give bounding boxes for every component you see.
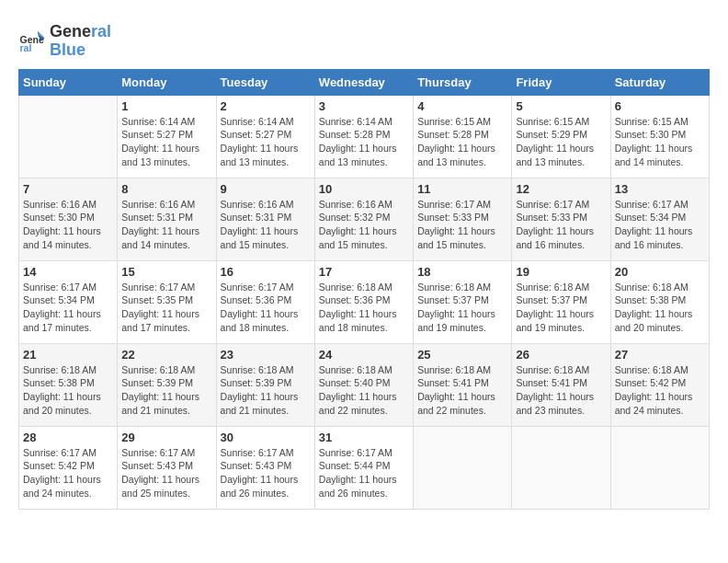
day-detail: Sunrise: 6:16 AMSunset: 5:31 PMDaylight:… [221,198,311,252]
day-cell: 31Sunrise: 6:17 AMSunset: 5:44 PMDayligh… [314,426,413,509]
day-cell: 29Sunrise: 6:17 AMSunset: 5:43 PMDayligh… [118,426,216,509]
day-cell: 16Sunrise: 6:17 AMSunset: 5:36 PMDayligh… [216,260,314,343]
logo: Gene ral General Blue [18,23,111,60]
day-detail: Sunrise: 6:17 AMSunset: 5:36 PMDaylight:… [221,281,311,335]
day-cell: 26Sunrise: 6:18 AMSunset: 5:41 PMDayligh… [512,343,610,426]
day-cell [414,426,512,509]
week-row-3: 14Sunrise: 6:17 AMSunset: 5:34 PMDayligh… [19,260,710,343]
day-detail: Sunrise: 6:18 AMSunset: 5:41 PMDaylight:… [516,363,606,418]
day-cell: 14Sunrise: 6:17 AMSunset: 5:34 PMDayligh… [19,260,118,343]
day-cell [19,95,118,178]
logo-icon: Gene ral [18,28,46,55]
day-cell: 19Sunrise: 6:18 AMSunset: 5:37 PMDayligh… [512,260,610,343]
day-detail: Sunrise: 6:15 AMSunset: 5:28 PMDaylight:… [417,115,507,169]
day-number: 17 [319,265,409,279]
day-cell: 28Sunrise: 6:17 AMSunset: 5:42 PMDayligh… [19,426,118,509]
day-cell: 7Sunrise: 6:16 AMSunset: 5:30 PMDaylight… [19,178,118,260]
day-number: 21 [23,348,113,362]
day-detail: Sunrise: 6:14 AMSunset: 5:27 PMDaylight:… [221,115,311,169]
day-cell: 18Sunrise: 6:18 AMSunset: 5:37 PMDayligh… [414,260,512,343]
day-detail: Sunrise: 6:15 AMSunset: 5:30 PMDaylight:… [615,115,705,169]
svg-text:ral: ral [20,42,32,53]
day-number: 16 [221,265,311,279]
day-detail: Sunrise: 6:18 AMSunset: 5:36 PMDaylight:… [319,281,409,335]
day-cell: 6Sunrise: 6:15 AMSunset: 5:30 PMDaylight… [610,95,709,178]
day-number: 15 [121,265,211,279]
day-number: 5 [516,99,606,113]
day-detail: Sunrise: 6:17 AMSunset: 5:43 PMDaylight:… [121,446,211,500]
day-detail: Sunrise: 6:15 AMSunset: 5:29 PMDaylight:… [516,115,606,169]
week-row-2: 7Sunrise: 6:16 AMSunset: 5:30 PMDaylight… [19,178,710,260]
day-number: 18 [417,265,507,279]
day-number: 26 [516,348,606,362]
day-number: 30 [221,431,311,444]
day-number: 11 [417,182,507,196]
day-cell: 17Sunrise: 6:18 AMSunset: 5:36 PMDayligh… [314,260,413,343]
day-number: 3 [319,99,409,113]
day-detail: Sunrise: 6:16 AMSunset: 5:32 PMDaylight:… [319,198,409,252]
day-cell: 1Sunrise: 6:14 AMSunset: 5:27 PMDaylight… [118,95,216,178]
day-detail: Sunrise: 6:17 AMSunset: 5:34 PMDaylight:… [615,198,705,252]
day-cell [610,426,709,509]
day-cell: 12Sunrise: 6:17 AMSunset: 5:33 PMDayligh… [512,178,610,260]
day-cell: 13Sunrise: 6:17 AMSunset: 5:34 PMDayligh… [610,178,709,260]
day-cell: 23Sunrise: 6:18 AMSunset: 5:39 PMDayligh… [216,343,314,426]
calendar-header-row: SundayMondayTuesdayWednesdayThursdayFrid… [19,69,710,95]
day-number: 14 [23,265,113,279]
calendar-table: SundayMondayTuesdayWednesdayThursdayFrid… [18,69,710,510]
page-header: Gene ral General Blue [18,18,710,60]
day-cell: 8Sunrise: 6:16 AMSunset: 5:31 PMDaylight… [118,178,216,260]
day-detail: Sunrise: 6:14 AMSunset: 5:27 PMDaylight:… [121,115,211,169]
day-number: 23 [221,348,311,362]
day-cell: 9Sunrise: 6:16 AMSunset: 5:31 PMDaylight… [216,178,314,260]
day-detail: Sunrise: 6:17 AMSunset: 5:34 PMDaylight:… [23,281,113,335]
day-detail: Sunrise: 6:17 AMSunset: 5:43 PMDaylight:… [221,446,311,500]
day-detail: Sunrise: 6:18 AMSunset: 5:38 PMDaylight:… [615,281,705,335]
day-number: 6 [615,99,705,113]
day-detail: Sunrise: 6:14 AMSunset: 5:28 PMDaylight:… [319,115,409,169]
day-detail: Sunrise: 6:18 AMSunset: 5:37 PMDaylight:… [516,281,606,335]
day-number: 22 [121,348,211,362]
day-cell: 3Sunrise: 6:14 AMSunset: 5:28 PMDaylight… [314,95,413,178]
day-detail: Sunrise: 6:18 AMSunset: 5:41 PMDaylight:… [417,363,507,418]
day-number: 13 [615,182,705,196]
week-row-5: 28Sunrise: 6:17 AMSunset: 5:42 PMDayligh… [19,426,710,509]
day-number: 19 [516,265,606,279]
day-cell: 21Sunrise: 6:18 AMSunset: 5:38 PMDayligh… [19,343,118,426]
day-cell: 20Sunrise: 6:18 AMSunset: 5:38 PMDayligh… [610,260,709,343]
week-row-4: 21Sunrise: 6:18 AMSunset: 5:38 PMDayligh… [19,343,710,426]
day-number: 7 [23,182,113,196]
day-number: 8 [121,182,211,196]
day-detail: Sunrise: 6:17 AMSunset: 5:33 PMDaylight:… [417,198,507,252]
day-cell: 30Sunrise: 6:17 AMSunset: 5:43 PMDayligh… [216,426,314,509]
day-cell: 11Sunrise: 6:17 AMSunset: 5:33 PMDayligh… [414,178,512,260]
week-row-1: 1Sunrise: 6:14 AMSunset: 5:27 PMDaylight… [19,95,710,178]
logo-text: General Blue [50,23,111,60]
day-number: 29 [121,431,211,444]
day-detail: Sunrise: 6:17 AMSunset: 5:35 PMDaylight:… [121,281,211,335]
day-number: 27 [615,348,705,362]
header-cell-monday: Monday [118,69,216,95]
day-cell: 4Sunrise: 6:15 AMSunset: 5:28 PMDaylight… [414,95,512,178]
header-cell-thursday: Thursday [414,69,512,95]
day-number: 20 [615,265,705,279]
day-number: 2 [221,99,311,113]
day-detail: Sunrise: 6:16 AMSunset: 5:31 PMDaylight:… [121,198,211,252]
day-number: 31 [319,431,409,444]
day-cell: 24Sunrise: 6:18 AMSunset: 5:40 PMDayligh… [314,343,413,426]
day-cell: 22Sunrise: 6:18 AMSunset: 5:39 PMDayligh… [118,343,216,426]
day-detail: Sunrise: 6:17 AMSunset: 5:42 PMDaylight:… [23,446,113,500]
day-cell: 27Sunrise: 6:18 AMSunset: 5:42 PMDayligh… [610,343,709,426]
day-cell: 2Sunrise: 6:14 AMSunset: 5:27 PMDaylight… [216,95,314,178]
header-cell-sunday: Sunday [19,69,118,95]
day-cell: 25Sunrise: 6:18 AMSunset: 5:41 PMDayligh… [414,343,512,426]
day-number: 10 [319,182,409,196]
day-detail: Sunrise: 6:18 AMSunset: 5:38 PMDaylight:… [23,363,113,418]
day-number: 28 [23,431,113,444]
day-cell [512,426,610,509]
day-detail: Sunrise: 6:18 AMSunset: 5:39 PMDaylight:… [221,363,311,418]
day-number: 4 [417,99,507,113]
header-cell-wednesday: Wednesday [314,69,413,95]
header-cell-tuesday: Tuesday [216,69,314,95]
day-number: 24 [319,348,409,362]
